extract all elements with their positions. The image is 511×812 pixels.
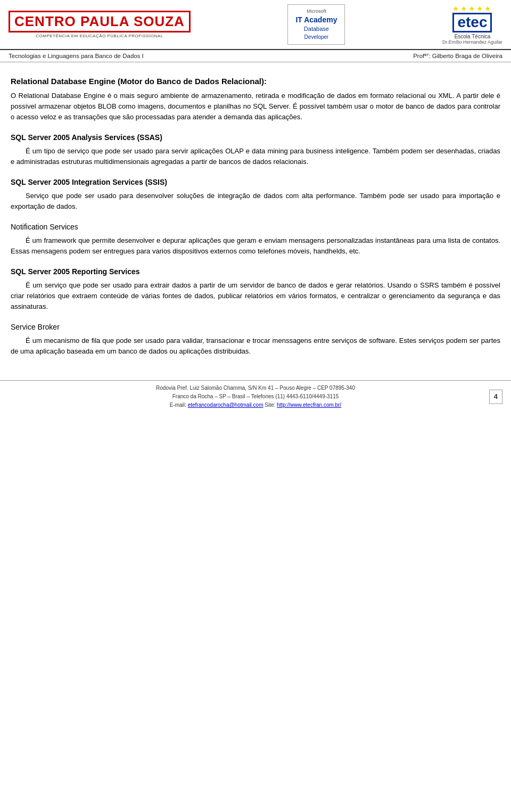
ms-label: Microsoft [307,8,326,15]
logo-cps-sub-text: COMPETÊNCIA EM EDUCAÇÃO PÚBLICA PROFISSI… [9,34,191,38]
ns-title: Notification Services [11,222,500,233]
footer-site-link[interactable]: http://www.etecfran.com.br/ [277,402,341,408]
footer-line1: Rodovia Pref. Luiz Salomão Chamma, S/N K… [9,384,502,392]
db-label: Database [304,25,329,33]
footer-line2: Franco da Rocha – SP – Brasil – Telefone… [9,392,502,401]
etec-stars: ★★★★★ [452,4,492,13]
sub-header-right: Profᵒʳ: Gilberto Braga de Oliveira [413,52,502,60]
dev-label: Developer [304,34,329,41]
logo-cps-main-text: CENTRO PAULA SOUZA [9,11,191,32]
page-header: CENTRO PAULA SOUZA COMPETÊNCIA EM EDUCAÇ… [0,0,511,50]
etec-badge: etec [452,13,492,32]
ns-paragraph: É um framework que permite desenvolver e… [11,235,500,257]
rs-paragraph: É um serviço que pode ser usado para ext… [11,280,500,312]
footer-site-pre: Site: [263,402,277,408]
page-footer: Rodovia Pref. Luiz Salomão Chamma, S/N K… [0,380,511,413]
footer-email-link[interactable]: etefrancodarocha@hotmail.com [188,402,263,408]
ssis-paragraph: Serviço que pode ser usado para desenvol… [11,191,500,212]
ssis-title: SQL Server 2005 Integration Services (SS… [11,177,500,188]
main-content: Relational Database Engine (Motor do Ban… [0,62,511,370]
footer-line3: E-mail: etefrancodarocha@hotmail.com Sit… [9,401,502,409]
sb-paragraph: É um mecanismo de fila que pode ser usad… [11,335,500,357]
ssas-paragraph: É um tipo de serviço que pode ser usado … [11,146,500,167]
relational-paragraph: O Relational Database Engine é o mais se… [11,91,500,122]
logo-ms-academy: Microsoft IT Academy Database Developer [287,4,345,45]
etec-school-name: Escola Técnica [455,34,491,39]
logo-etec: ★★★★★ etec Escola Técnica Dr.Emílio Hern… [442,4,502,45]
sb-title: Service Broker [11,322,500,333]
page-number: 4 [489,390,502,404]
ssas-title: SQL Server 2005 Analysis Services (SSAS) [11,132,500,144]
rs-title: SQL Server 2005 Reporting Services [11,266,500,278]
footer-email-pre: E-mail: [170,402,188,408]
logo-cps: CENTRO PAULA SOUZA COMPETÊNCIA EM EDUCAÇ… [9,11,191,38]
it-label: IT Academy [295,15,337,26]
sub-header-left: Tecnologias e Linguagens para Banco de D… [9,53,144,59]
sub-header: Tecnologias e Linguagens para Banco de D… [0,50,511,62]
relational-title: Relational Database Engine (Motor do Ban… [11,75,500,87]
etec-prof-name: Dr.Emílio Hernandez Aguilar [442,39,502,45]
